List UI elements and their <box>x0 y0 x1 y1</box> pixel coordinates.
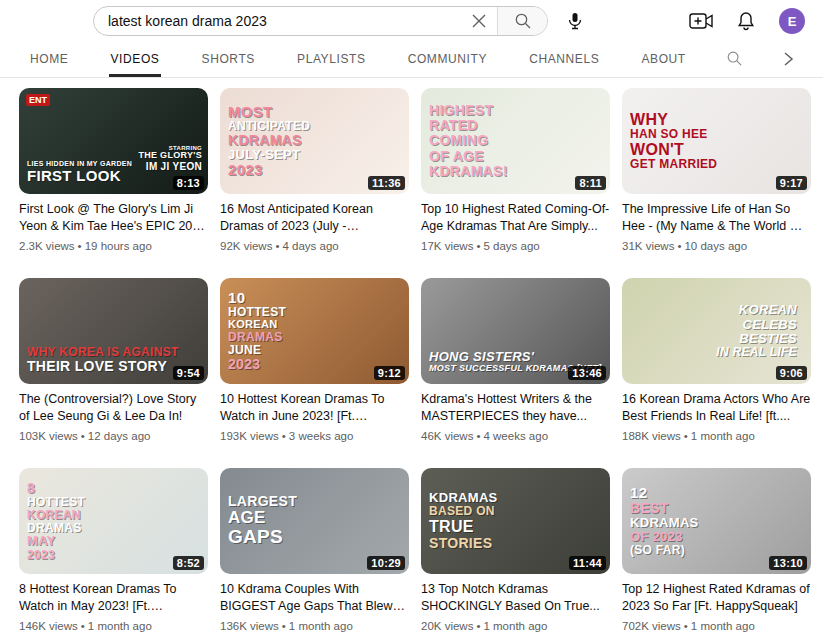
video-title[interactable]: The (Controversial?) Love Story of Lee S… <box>19 391 208 425</box>
video-card[interactable]: WHY KOREA IS AGAINSTTHEIR LOVE STORY 9:5… <box>19 278 208 442</box>
video-thumbnail[interactable]: 12BESTKDRAMASOF 2023(SO FAR) 13:10 <box>622 468 811 574</box>
avatar[interactable]: E <box>779 8 805 34</box>
view-count: 2.3K views <box>19 240 75 252</box>
duration-badge: 10:29 <box>367 556 405 570</box>
video-card[interactable]: KDRAMASBASED ONTRUESTORIES 11:44 13 Top … <box>421 468 610 632</box>
thumbnail-text-line: JULY-SEPT <box>228 148 401 162</box>
thumbnail-text-line: HOTTEST <box>27 496 200 509</box>
create-video-button[interactable] <box>689 12 713 30</box>
view-count: 146K views <box>19 620 78 632</box>
search-button[interactable] <box>497 7 547 35</box>
magnifier-icon <box>514 12 532 30</box>
tab-label: VIDEOS <box>111 52 160 66</box>
video-thumbnail[interactable]: 8HOTTESTKOREANDRAMASMAY2023 8:52 <box>19 468 208 574</box>
video-thumbnail[interactable]: 10HOTTESTKOREANDRAMASJUNE2023 9:12 <box>220 278 409 384</box>
upload-age: 4 days ago <box>282 240 338 252</box>
thumbnail-text-line: 8 <box>27 481 200 496</box>
video-card[interactable]: 10HOTTESTKOREANDRAMASJUNE2023 9:12 10 Ho… <box>220 278 409 442</box>
channel-search-button[interactable] <box>726 40 743 77</box>
thumbnail-side-text: STARRINGTHE GLORY'SIM JI YEON <box>138 145 202 172</box>
video-card[interactable]: HONG SISTERS'MOST SUCCESSFUL KDRAMAS [YE… <box>421 278 610 442</box>
video-title[interactable]: 10 Hottest Korean Dramas To Watch in Jun… <box>220 391 409 425</box>
upload-age: 1 month ago <box>483 620 547 632</box>
video-card[interactable]: KOREANCELEBSBESTIESIN REAL LIFE 9:06 16 … <box>622 278 811 442</box>
upload-age: 4 weeks ago <box>483 430 548 442</box>
thumbnail-text-line: JUNE <box>228 344 401 357</box>
video-title[interactable]: 16 Korean Drama Actors Who Are Best Frie… <box>622 391 811 425</box>
video-title[interactable]: 16 Most Anticipated Korean Dramas of 202… <box>220 201 409 235</box>
tab-playlists[interactable]: PLAYLISTS <box>295 40 368 77</box>
mic-button[interactable] <box>558 6 592 36</box>
create-video-icon <box>689 12 713 30</box>
view-count: 103K views <box>19 430 78 442</box>
clear-search-button[interactable] <box>461 7 497 35</box>
video-thumbnail[interactable]: LIES HIDDEN IN MY GARDENFIRST LOOK 8:13 … <box>19 88 208 194</box>
tab-label: CHANNELS <box>529 52 599 66</box>
tab-shorts[interactable]: SHORTS <box>200 40 257 77</box>
video-card[interactable]: MOSTANTICIPATEDKDRAMASJULY-SEPT2023 11:3… <box>220 88 409 252</box>
video-meta: 31K views•10 days ago <box>622 240 811 252</box>
thumbnail-text-line: LARGEST <box>228 494 401 509</box>
tabs-scroll-right-button[interactable] <box>781 40 795 77</box>
video-title[interactable]: The Impressive Life of Han So Hee - (My … <box>622 201 811 235</box>
video-title[interactable]: Top 12 Highest Rated Kdramas of 2023 So … <box>622 581 811 615</box>
video-card[interactable]: 12BESTKDRAMASOF 2023(SO FAR) 13:10 Top 1… <box>622 468 811 632</box>
video-title[interactable]: 8 Hottest Korean Dramas To Watch in May … <box>19 581 208 615</box>
video-card[interactable]: HIGHESTRATEDCOMINGOF AGEKDRAMAS! 8:11 To… <box>421 88 610 252</box>
video-thumbnail[interactable]: MOSTANTICIPATEDKDRAMASJULY-SEPT2023 11:3… <box>220 88 409 194</box>
thumbnail-text-line: BESTIES <box>739 332 797 346</box>
thumbnail-text-line: KDRAMAS <box>228 133 401 148</box>
view-count: 188K views <box>622 430 681 442</box>
upload-age: 1 month ago <box>88 620 152 632</box>
bell-icon <box>737 11 755 31</box>
meta-separator: • <box>279 430 289 442</box>
notifications-button[interactable] <box>737 11 755 31</box>
duration-badge: 13:46 <box>568 366 606 380</box>
video-card[interactable]: 8HOTTESTKOREANDRAMASMAY2023 8:52 8 Hotte… <box>19 468 208 632</box>
thumbnail-text-line: 10 <box>228 290 401 306</box>
video-meta: 92K views•4 days ago <box>220 240 409 252</box>
video-meta: 193K views•3 weeks ago <box>220 430 409 442</box>
video-thumbnail[interactable]: WHY KOREA IS AGAINSTTHEIR LOVE STORY 9:5… <box>19 278 208 384</box>
meta-separator: • <box>674 240 684 252</box>
video-card[interactable]: WHYHAN SO HEEWON'TGET MARRIED 9:17 The I… <box>622 88 811 252</box>
thumbnail-text-line: MOST <box>228 104 401 120</box>
video-title[interactable]: 13 Top Notch Kdramas SHOCKINGLY Based On… <box>421 581 610 615</box>
thumbnail-text-line: GAPS <box>228 527 401 548</box>
video-card[interactable]: LIES HIDDEN IN MY GARDENFIRST LOOK 8:13 … <box>19 88 208 252</box>
view-count: 702K views <box>622 620 681 632</box>
upload-age: 10 days ago <box>684 240 747 252</box>
thumbnail-text-line: TRUE <box>429 518 602 535</box>
tab-label: HOME <box>30 52 68 66</box>
video-meta: 702K views•1 month ago <box>622 620 811 632</box>
video-thumbnail[interactable]: LARGESTAGEGAPS 10:29 <box>220 468 409 574</box>
duration-badge: 9:12 <box>374 366 405 380</box>
tab-about[interactable]: ABOUT <box>639 40 687 77</box>
meta-separator: • <box>75 240 85 252</box>
thumbnail-text-line: HAN SO HEE <box>630 128 803 141</box>
video-thumbnail[interactable]: KDRAMASBASED ONTRUESTORIES 11:44 <box>421 468 610 574</box>
tab-channels[interactable]: CHANNELS <box>527 40 601 77</box>
video-title[interactable]: Kdrama's Hottest Writers & the MASTERPIE… <box>421 391 610 425</box>
video-thumbnail[interactable]: KOREANCELEBSBESTIESIN REAL LIFE 9:06 <box>622 278 811 384</box>
tab-home[interactable]: HOME <box>28 40 70 77</box>
video-thumbnail[interactable]: HIGHESTRATEDCOMINGOF AGEKDRAMAS! 8:11 <box>421 88 610 194</box>
thumbnail-logo-badge: ENT <box>26 94 50 106</box>
video-title[interactable]: Top 10 Highest Rated Coming-Of-Age Kdram… <box>421 201 610 235</box>
meta-separator: • <box>681 430 691 442</box>
video-meta: 146K views•1 month ago <box>19 620 208 632</box>
upload-age: 1 month ago <box>691 620 755 632</box>
tab-videos[interactable]: VIDEOS <box>109 40 162 77</box>
thumbnail-text-line: WHY <box>630 111 803 128</box>
video-thumbnail[interactable]: HONG SISTERS'MOST SUCCESSFUL KDRAMAS [YE… <box>421 278 610 384</box>
video-thumbnail[interactable]: WHYHAN SO HEEWON'TGET MARRIED 9:17 <box>622 88 811 194</box>
thumbnail-text-line: HONG SISTERS' <box>429 350 602 364</box>
video-title[interactable]: 10 Kdrama Couples With BIGGEST Age Gaps … <box>220 581 409 615</box>
tab-community[interactable]: COMMUNITY <box>406 40 489 77</box>
video-meta: 20K views•1 month ago <box>421 620 610 632</box>
video-card[interactable]: LARGESTAGEGAPS 10:29 10 Kdrama Couples W… <box>220 468 409 632</box>
video-title[interactable]: First Look @ The Glory's Lim Ji Yeon & K… <box>19 201 208 235</box>
meta-separator: • <box>272 240 282 252</box>
search-input[interactable] <box>94 7 461 35</box>
meta-separator: • <box>279 620 289 632</box>
